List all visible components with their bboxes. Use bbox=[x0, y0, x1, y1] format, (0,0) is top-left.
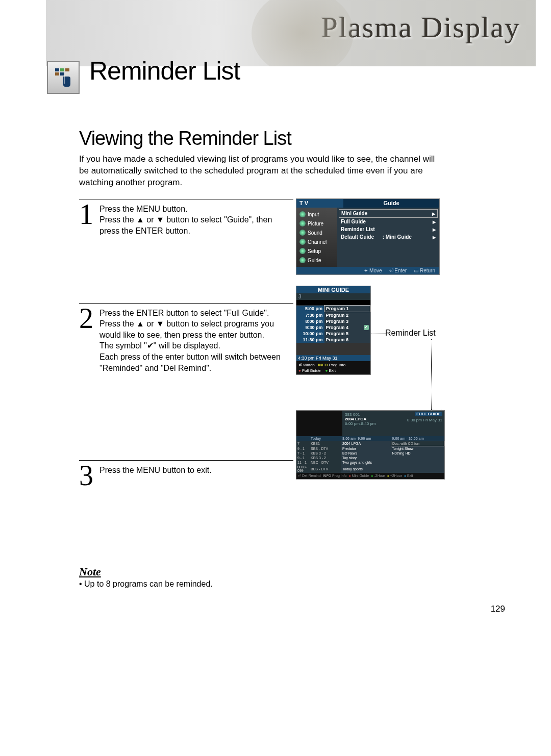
chevron-right-icon bbox=[433, 219, 436, 224]
osd1-guide-label: Guide bbox=[343, 199, 439, 208]
osd3-footer: ⏎ Del Remind INFO Prog Info ● Mini Guide… bbox=[296, 473, 444, 479]
osd1-left-item[interactable]: Guide bbox=[308, 258, 321, 263]
osd1-left-item[interactable]: Picture bbox=[308, 221, 323, 226]
sound-icon bbox=[299, 230, 306, 236]
osd1-right-item[interactable]: Default Guide : Mini Guide bbox=[339, 233, 438, 241]
svg-rect-2 bbox=[65, 68, 69, 71]
osd2-program-row[interactable]: 9:30 pmProgram 4✔ bbox=[296, 324, 370, 331]
svg-rect-0 bbox=[55, 68, 59, 71]
channel-icon bbox=[299, 239, 306, 245]
step-line: Press the ▲ or ▼ button to select progra… bbox=[99, 319, 274, 339]
osd3-full-guide-label: FULL GUIDE bbox=[415, 412, 442, 416]
svg-rect-4 bbox=[60, 72, 64, 75]
step-3: 3 Press the MENU button to exit. bbox=[79, 460, 293, 488]
osd1-left-item[interactable]: Sound bbox=[308, 230, 322, 236]
chapter-icon bbox=[47, 61, 80, 94]
osd1-footer-enter: ⏎ Enter bbox=[389, 268, 407, 273]
note-heading: Note bbox=[79, 565, 520, 578]
osd3-row[interactable]: 11 - 1NBC - DTVTwo guys and girls bbox=[296, 460, 444, 465]
osd2-program-row[interactable]: 5:00 pmProgram 1 bbox=[296, 306, 370, 312]
intro-text: If you have made a scheduled viewing lis… bbox=[79, 154, 446, 189]
osd3-row[interactable]: 7 - 1KBS 3 - 2BD NewsNothing HD bbox=[296, 451, 444, 456]
step-line: Press the ENTER button to select "Full G… bbox=[99, 309, 269, 317]
osd-mini-guide: MINI GUIDE 3 5:00 pmProgram 1 7:30 pmPro… bbox=[296, 286, 371, 375]
osd1-left-item[interactable]: Channel bbox=[308, 239, 327, 245]
step-number: 3 bbox=[79, 463, 99, 488]
osd2-channel: 3 bbox=[296, 293, 370, 300]
osd3-row[interactable]: 0030-099BBS - DTVToday sports bbox=[296, 465, 444, 473]
osd2-program-row[interactable]: 11:30 pmProgram 6 bbox=[296, 337, 370, 343]
osd2-program-table: 5:00 pmProgram 1 7:30 pmProgram 2 8:00 p… bbox=[296, 305, 370, 355]
chapter-title: Reminder List bbox=[89, 56, 240, 86]
osd1-right-item[interactable]: Reminder List bbox=[339, 225, 438, 233]
svg-rect-1 bbox=[60, 68, 64, 71]
preview-box bbox=[296, 411, 342, 436]
osd2-program-row[interactable]: 10:00 pmProgram 5 bbox=[296, 331, 370, 337]
osd1-leftbar: Input Picture Sound Channel Setup Guide bbox=[296, 208, 337, 267]
input-icon bbox=[299, 211, 306, 217]
note-text: • Up to 8 programs can be reminded. bbox=[79, 579, 520, 589]
step-text: Press the ENTER button to select "Full G… bbox=[99, 306, 288, 374]
chevron-right-icon bbox=[433, 234, 436, 240]
setup-icon bbox=[299, 248, 306, 254]
osd2-program-row[interactable]: 8:00 pmProgram 3 bbox=[296, 318, 370, 324]
osd1-left-item[interactable]: Input bbox=[308, 212, 319, 217]
osd3-row[interactable]: 9 - 1KBS 3 - 2Toy story bbox=[296, 456, 444, 460]
product-line-title: Plasma Display bbox=[321, 10, 520, 44]
step-number: 1 bbox=[79, 201, 99, 227]
step-number: 2 bbox=[79, 306, 99, 331]
annotation-line bbox=[431, 339, 432, 410]
osd3-datetime: 8:30 pm Fri May 31 bbox=[407, 418, 442, 422]
step-text: Press the MENU button to exit. bbox=[99, 463, 212, 476]
osd-tv-menu: T V Guide Input Picture Sound Channel Se… bbox=[296, 198, 440, 275]
osd2-title: MINI GUIDE bbox=[296, 286, 370, 293]
osd1-tv-label: T V bbox=[296, 199, 343, 208]
page-number: 129 bbox=[491, 604, 505, 614]
annotation-label: Reminder List bbox=[385, 329, 436, 338]
chevron-right-icon bbox=[433, 226, 436, 232]
osd1-right-item[interactable]: Full Guide bbox=[339, 218, 438, 225]
step-line: Press the ▲ or ▼ button to select "Guide… bbox=[99, 215, 272, 235]
step-line: Press the MENU button to exit. bbox=[99, 466, 212, 474]
osd1-right-item[interactable]: Mini Guide bbox=[339, 209, 438, 218]
osd3-row[interactable]: 9 - 1SBS - DTVPredatorTonight Show bbox=[296, 446, 444, 451]
annotation-line bbox=[371, 334, 386, 334]
osd2-program-row[interactable]: 7:30 pmProgram 2 bbox=[296, 312, 370, 319]
osd-full-guide: FULL GUIDE 8:30 pm Fri May 31 383-001 20… bbox=[296, 410, 445, 480]
step-text: Press the MENU button. Press the ▲ or ▼ … bbox=[99, 201, 288, 237]
chevron-right-icon bbox=[432, 211, 435, 216]
svg-rect-3 bbox=[55, 72, 59, 75]
step-line: The symbol "✔" will be displayed. bbox=[99, 341, 220, 350]
osd1-left-item[interactable]: Setup bbox=[308, 248, 321, 254]
step-1: 1 Press the MENU button. Press the ▲ or … bbox=[79, 199, 293, 237]
osd3-row[interactable]: 7KBS12004 LPGADoc. with CD-fun bbox=[296, 441, 444, 446]
hand-icon bbox=[53, 67, 73, 88]
section-heading: Viewing the Reminder List bbox=[79, 128, 520, 149]
picture-icon bbox=[299, 220, 306, 226]
osd1-rightlist: Mini Guide Full Guide Reminder List Defa… bbox=[337, 208, 439, 267]
guide-icon bbox=[299, 257, 306, 263]
osd3-grid: Today 8:00 am- 9:00 am 9:00 am - 10:00 a… bbox=[296, 436, 444, 473]
osd2-footer: ⏎ Watch INFO Prog Info ● Full Guide ● Ex… bbox=[296, 361, 370, 374]
osd2-clock: 4:30 pm Fri May 31 bbox=[296, 355, 370, 361]
step-2: 2 Press the ENTER button to select "Full… bbox=[79, 303, 293, 374]
osd3-info: FULL GUIDE 8:30 pm Fri May 31 383-001 20… bbox=[342, 411, 444, 436]
step-line: Each press of the enter button will swit… bbox=[99, 352, 281, 372]
osd1-footer-return: ▭ Return bbox=[414, 268, 435, 273]
osd1-footer-move: ✦ Move bbox=[364, 268, 382, 273]
step-line: Press the MENU button. bbox=[99, 205, 188, 213]
check-icon: ✔ bbox=[364, 325, 369, 330]
